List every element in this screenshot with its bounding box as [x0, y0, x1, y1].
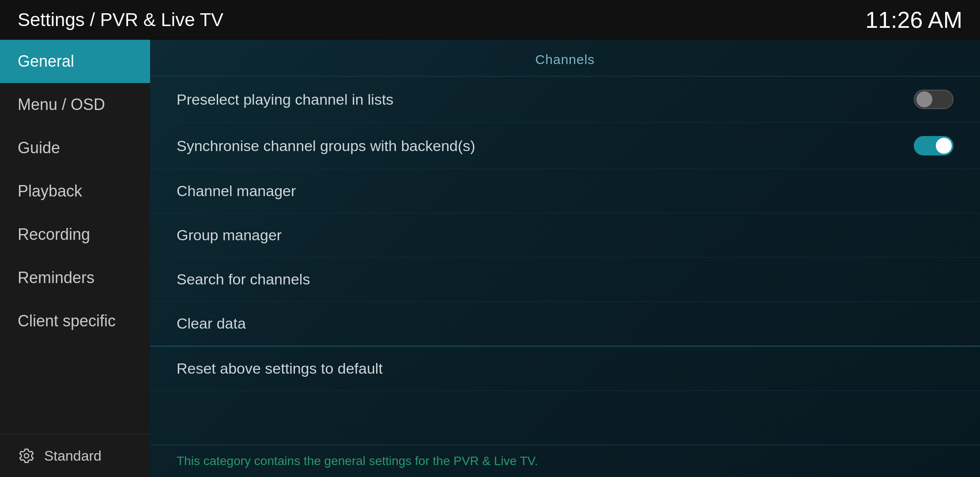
toggle-preselect-playing[interactable] [914, 90, 954, 109]
setting-channel-manager[interactable]: Channel manager [150, 169, 980, 213]
content-footer: This category contains the general setti… [150, 445, 980, 477]
toggle-sync-channel-groups[interactable] [914, 136, 954, 155]
setting-clear-data[interactable]: Clear data [150, 302, 980, 346]
section-header: Channels [150, 40, 980, 76]
clock: 11:26 AM [865, 7, 962, 33]
header: Settings / PVR & Live TV 11:26 AM [0, 0, 980, 40]
setting-sync-channel-groups[interactable]: Synchronise channel groups with backend(… [150, 123, 980, 169]
sidebar-item-guide[interactable]: Guide [0, 126, 150, 170]
sidebar-footer[interactable]: Standard [0, 434, 150, 477]
sidebar-item-menu-osd[interactable]: Menu / OSD [0, 83, 150, 126]
setting-reset-default[interactable]: Reset above settings to default [150, 346, 980, 391]
setting-preselect-playing[interactable]: Preselect playing channel in lists [150, 76, 980, 123]
setting-search-channels[interactable]: Search for channels [150, 257, 980, 302]
gear-icon [18, 447, 35, 465]
sidebar-item-recording[interactable]: Recording [0, 213, 150, 256]
content-area: Channels Preselect playing channel in li… [150, 40, 980, 477]
sidebar: General Menu / OSD Guide Playback Record… [0, 40, 150, 477]
content-main: Channels Preselect playing channel in li… [150, 40, 980, 445]
main-layout: General Menu / OSD Guide Playback Record… [0, 40, 980, 477]
footer-note: This category contains the general setti… [177, 454, 538, 468]
page-title: Settings / PVR & Live TV [18, 9, 223, 30]
sidebar-item-playback[interactable]: Playback [0, 170, 150, 213]
sidebar-nav: General Menu / OSD Guide Playback Record… [0, 40, 150, 343]
settings-list: Preselect playing channel in lists Synch… [150, 76, 980, 391]
settings-level-label: Standard [44, 448, 102, 464]
sidebar-item-reminders[interactable]: Reminders [0, 256, 150, 299]
setting-group-manager[interactable]: Group manager [150, 213, 980, 257]
sidebar-item-general[interactable]: General [0, 40, 150, 83]
sidebar-item-client-specific[interactable]: Client specific [0, 299, 150, 343]
